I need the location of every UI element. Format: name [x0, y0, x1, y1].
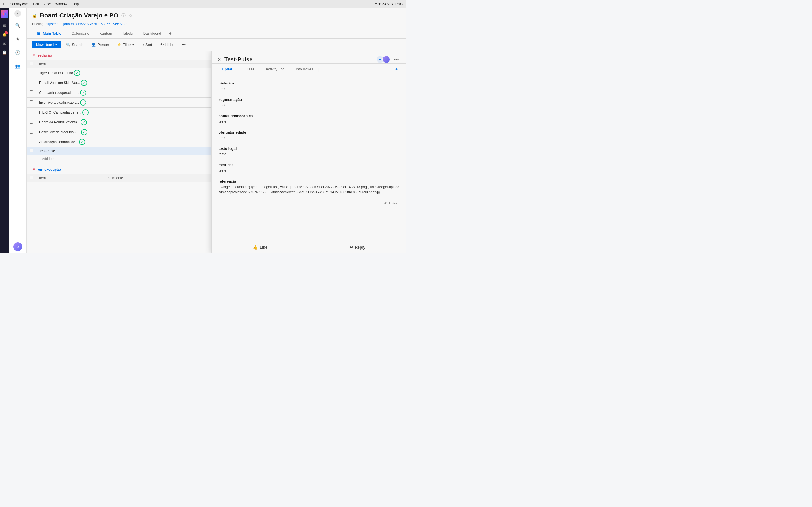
sort-icon: ↕: [142, 43, 144, 47]
item-name-4[interactable]: Incentivo a atualização c... ✓: [36, 98, 215, 108]
table-area: ▼ redação Item solicitante link da pasta…: [27, 51, 406, 253]
field-metricas-value: teste: [218, 168, 399, 172]
tab-kanban[interactable]: Kanban: [94, 29, 117, 38]
sidebar-home-icon[interactable]: ⊞: [1, 21, 8, 29]
new-item-button[interactable]: New Item ▾: [32, 41, 61, 48]
sidebar-notification-icon[interactable]: 🔔 4: [1, 31, 8, 38]
apple-menu[interactable]: : [3, 1, 5, 6]
section-em-execucao-chevron[interactable]: ▼: [32, 167, 36, 172]
section-redacao-label: redação: [38, 53, 52, 57]
item-name-1[interactable]: Tigre Tá On PO Junho ✓: [36, 68, 215, 78]
item-name-6[interactable]: Dobro de Pontos Votoma... ✓: [36, 117, 215, 127]
select-all-checkbox[interactable]: [30, 62, 33, 65]
more-toolbar-button[interactable]: •••: [179, 41, 188, 48]
tab-tabela[interactable]: Tabela: [117, 29, 138, 38]
select-all-checkbox-2[interactable]: [30, 176, 33, 179]
menu-edit[interactable]: Edit: [33, 2, 39, 6]
nav-item-recent[interactable]: 🕐: [11, 46, 24, 59]
field-texto-legal: texto legal teste: [218, 147, 399, 156]
status-done-icon: ✓: [79, 139, 85, 145]
nav-item-teams[interactable]: 👥: [11, 60, 24, 72]
item-panel: ✕ Test-Pulse + ••• Updat... |: [211, 51, 406, 253]
panel-avatar-group: +: [376, 55, 390, 63]
panel-tab-activity-log[interactable]: Activity Log: [261, 64, 289, 75]
app-name[interactable]: monday.com: [9, 2, 29, 6]
menu-window[interactable]: Window: [55, 2, 67, 6]
menu-time: Mon 23 May 17:08: [375, 2, 403, 6]
panel-body: histórico teste segmentação teste conteú…: [212, 75, 406, 241]
see-more-link[interactable]: See More: [113, 22, 128, 26]
notification-badge: 4: [4, 31, 8, 34]
briefing-link[interactable]: https://form.jotform.com/220275767768066: [45, 22, 110, 26]
reply-button[interactable]: ↩ Reply: [309, 241, 406, 253]
nav-item-search[interactable]: 🔍: [11, 19, 24, 32]
tab-add-button[interactable]: +: [166, 29, 174, 38]
panel-tab-updates[interactable]: Updat...: [217, 64, 240, 75]
panel-footer: 👍 Like ↩ Reply: [212, 241, 406, 253]
item-name-2[interactable]: E-mail Vou com Skil - Var... ✓: [36, 78, 215, 88]
field-historico-label: histórico: [218, 81, 399, 86]
panel-tab-add-button[interactable]: +: [393, 64, 400, 75]
field-texto-legal-value: teste: [218, 152, 399, 156]
person-icon: 👤: [91, 43, 96, 47]
sort-button[interactable]: ↕ Sort: [139, 41, 155, 48]
item-name-8[interactable]: Atualização semanal de... ✓: [36, 137, 215, 147]
search-icon: 🔍: [66, 43, 70, 47]
menu-view[interactable]: View: [43, 2, 51, 6]
nav-item-favorites[interactable]: ★: [11, 33, 24, 45]
row-checkbox[interactable]: [30, 91, 33, 94]
tab-main-table[interactable]: ⊞ Main Table: [32, 29, 66, 38]
sidebar-inbox-icon[interactable]: ✉: [1, 40, 8, 47]
person-button[interactable]: 👤 Person: [89, 41, 112, 48]
tab-dashboard[interactable]: Dashboard: [138, 29, 166, 38]
row-checkbox[interactable]: [30, 71, 33, 74]
section-redacao-chevron[interactable]: ▼: [32, 53, 36, 57]
row-checkbox[interactable]: [30, 100, 33, 104]
row-checkbox[interactable]: [30, 149, 33, 152]
row-checkbox[interactable]: [30, 110, 33, 114]
like-icon: 👍: [253, 245, 258, 249]
panel-close-button[interactable]: ✕: [217, 57, 221, 62]
star-icon[interactable]: ☆: [129, 13, 133, 18]
field-referencia-value: {"widget_metadata":{"type":"imagelinks",…: [218, 184, 399, 194]
tab-bar: ⊞ Main Table Calendário Kanban Tabela Da…: [32, 29, 400, 38]
field-historico: histórico teste: [218, 81, 399, 91]
search-button[interactable]: 🔍 Search: [63, 41, 86, 48]
toolbar: New Item ▾ 🔍 Search 👤 Person ⚡ Filter ▾ …: [27, 39, 406, 51]
sidebar-work-icon[interactable]: 📋: [1, 48, 8, 56]
menu-help[interactable]: Help: [71, 2, 79, 6]
row-checkbox[interactable]: [30, 130, 33, 133]
filter-dropdown-icon: ▾: [132, 43, 134, 47]
status-done-icon: ✓: [82, 109, 89, 115]
tab-separator-4: |: [318, 67, 320, 72]
panel-tabs: Updat... | Files | Activity Log | Info B…: [212, 64, 406, 75]
tab-separator-3: |: [289, 67, 291, 72]
info-icon[interactable]: ⓘ: [121, 13, 126, 18]
like-button[interactable]: 👍 Like: [212, 241, 309, 253]
tab-calendario[interactable]: Calendário: [66, 29, 94, 38]
row-checkbox[interactable]: [30, 120, 33, 124]
item-name-test-pulse[interactable]: Test-Pulse: [36, 147, 215, 155]
status-done-icon: ✓: [81, 129, 87, 135]
panel-tab-info-boxes[interactable]: Info Boxes: [291, 64, 317, 75]
item-name-5[interactable]: [TEXTO] Campanha de re... ✓: [36, 108, 215, 117]
board-title: Board Criação Varejo e PO: [40, 12, 118, 19]
field-obrigatoriedade-value: teste: [218, 135, 399, 140]
panel-actions: + •••: [376, 55, 400, 63]
item-name-7[interactable]: Bosch Mix de produtos - j... ✓: [36, 127, 215, 137]
hide-button[interactable]: 👁 Hide: [157, 41, 175, 48]
row-checkbox[interactable]: [30, 140, 33, 144]
panel-tab-files[interactable]: Files: [242, 64, 259, 75]
status-done-icon: ✓: [81, 119, 87, 125]
panel-more-button[interactable]: •••: [393, 55, 400, 63]
status-done-icon: ✓: [74, 70, 80, 76]
panel-title: Test-Pulse: [224, 56, 376, 63]
filter-button[interactable]: ⚡ Filter ▾: [114, 41, 137, 48]
seen-indicator: 👁 1 Seen: [218, 202, 399, 205]
new-item-dropdown-arrow[interactable]: ▾: [53, 43, 57, 47]
col-item-2: Item: [36, 174, 105, 182]
row-checkbox[interactable]: [30, 80, 33, 84]
item-name-3[interactable]: Campanha cooperada - j... ✓: [36, 88, 215, 98]
nav-collapse-button[interactable]: ›: [14, 10, 21, 17]
nav-user-avatar[interactable]: U: [13, 242, 22, 251]
